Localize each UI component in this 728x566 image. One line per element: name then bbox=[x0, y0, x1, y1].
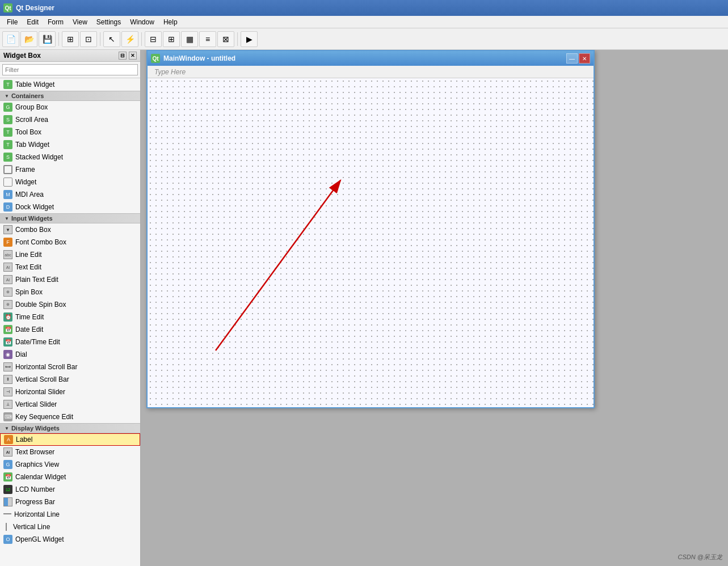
widget-item-time-edit[interactable]: ⏰ Time Edit bbox=[0, 311, 140, 323]
datetime-edit-icon: 📅 bbox=[3, 337, 12, 347]
widget-item-frame[interactable]: Frame bbox=[0, 163, 140, 176]
widget-item-progress-bar[interactable]: Progress Bar bbox=[0, 496, 140, 508]
toolbar-preview-btn[interactable]: ▶ bbox=[241, 31, 258, 47]
font-combo-box-icon: F bbox=[3, 238, 12, 247]
widget-item-double-spin-box[interactable]: ⊕ Double Spin Box bbox=[0, 298, 140, 311]
toolbar-connect-btn[interactable]: ⚡ bbox=[121, 31, 138, 47]
filter-bar bbox=[0, 62, 140, 78]
widget-label-horizontal-slider: Horizontal Slider bbox=[15, 388, 65, 396]
widget-label-key-sequence-edit: Key Sequence Edit bbox=[15, 413, 73, 421]
widget-item-datetime-edit[interactable]: 📅 Date/Time Edit bbox=[0, 336, 140, 348]
widget-box-title: Widget Box bbox=[3, 52, 41, 60]
widget-label-opengl-widget: OpenGL Widget bbox=[15, 535, 64, 543]
qt-minimize-btn[interactable]: — bbox=[566, 53, 578, 64]
widget-label-double-spin-box: Double Spin Box bbox=[15, 301, 66, 309]
menu-view[interactable]: View bbox=[68, 17, 92, 27]
menu-bar: File Edit Form View Settings Window Help bbox=[0, 16, 728, 28]
qt-titlebar: Qt MainWindow - untitled — ✕ bbox=[148, 51, 594, 66]
widget-item-date-edit[interactable]: 📅 Date Edit bbox=[0, 323, 140, 336]
input-widgets-label: Input Widgets bbox=[11, 215, 53, 222]
widget-item-graphics-view[interactable]: G Graphics View bbox=[0, 458, 140, 471]
widget-item-widget[interactable]: Widget bbox=[0, 176, 140, 188]
widget-item-text-edit[interactable]: AI Text Edit bbox=[0, 261, 140, 273]
widget-item-plain-text-edit[interactable]: AI Plain Text Edit bbox=[0, 273, 140, 286]
toolbar-layout-break-btn[interactable]: ⊠ bbox=[217, 31, 234, 47]
svg-line-1 bbox=[216, 180, 340, 350]
toolbar-layout-form-btn[interactable]: ≡ bbox=[199, 31, 216, 47]
toolbar-widget-mode-btn[interactable]: ⊞ bbox=[62, 31, 79, 47]
widget-item-scroll-area[interactable]: S Scroll Area bbox=[0, 113, 140, 126]
widget-label-mdi-area: MDI Area bbox=[15, 191, 44, 198]
section-input-widgets[interactable]: ▼ Input Widgets bbox=[0, 213, 140, 223]
widget-item-tab-widget[interactable]: T Tab Widget bbox=[0, 138, 140, 151]
widget-item-vertical-line[interactable]: Vertical Line bbox=[0, 521, 140, 533]
qt-close-btn[interactable]: ✕ bbox=[579, 53, 590, 64]
widget-label-horizontal-scroll-bar: Horizontal Scroll Bar bbox=[15, 363, 77, 371]
menu-settings[interactable]: Settings bbox=[92, 17, 125, 27]
key-sequence-edit-icon: ⌨ bbox=[3, 412, 12, 421]
widget-item-opengl-widget[interactable]: O OpenGL Widget bbox=[0, 533, 140, 546]
section-display-widgets[interactable]: ▼ Display Widgets bbox=[0, 423, 140, 433]
qt-type-here[interactable]: Type Here bbox=[150, 67, 190, 77]
menu-window[interactable]: Window bbox=[125, 17, 159, 27]
toolbar-pointer-btn[interactable]: ↖ bbox=[103, 31, 120, 47]
widget-label-calendar-widget: Calendar Widget bbox=[15, 473, 66, 481]
widget-label-frame: Frame bbox=[15, 166, 35, 174]
widget-item-lcd-number[interactable]: 12 LCD Number bbox=[0, 483, 140, 496]
widget-item-label[interactable]: A Label bbox=[0, 433, 140, 446]
opengl-widget-icon: O bbox=[3, 535, 12, 544]
toolbar-layout-h-btn[interactable]: ⊟ bbox=[145, 31, 162, 47]
qt-window-icon: Qt bbox=[151, 54, 160, 63]
menu-file[interactable]: File bbox=[2, 17, 22, 27]
widget-label-font-combo-box: Font Combo Box bbox=[15, 238, 66, 246]
qt-canvas[interactable] bbox=[148, 78, 594, 407]
stacked-widget-icon: S bbox=[3, 153, 12, 162]
widget-item-calendar-widget[interactable]: 📅 Calendar Widget bbox=[0, 471, 140, 483]
widget-item-mdi-area[interactable]: M MDI Area bbox=[0, 188, 140, 201]
widget-item-horizontal-scroll-bar[interactable]: ⟺ Horizontal Scroll Bar bbox=[0, 361, 140, 373]
time-edit-icon: ⏰ bbox=[3, 312, 12, 322]
menu-edit[interactable]: Edit bbox=[22, 17, 43, 27]
widget-item-combo-box[interactable]: ▼ Combo Box bbox=[0, 223, 140, 236]
toolbar-layout-grid-btn[interactable]: ▦ bbox=[181, 31, 198, 47]
widget-item-spin-box[interactable]: ⊕ Spin Box bbox=[0, 286, 140, 298]
widget-item-dock-widget[interactable]: D Dock Widget bbox=[0, 201, 140, 213]
app-icon: Qt bbox=[3, 3, 12, 12]
widget-item-horizontal-line[interactable]: Horizontal Line bbox=[0, 508, 140, 521]
toolbar-new-btn[interactable]: 📄 bbox=[2, 31, 19, 47]
widget-label-text-browser: Text Browser bbox=[15, 448, 54, 456]
menu-help[interactable]: Help bbox=[159, 17, 182, 27]
widget-item-horizontal-slider[interactable]: ⊣ Horizontal Slider bbox=[0, 386, 140, 398]
widget-box-close-btn[interactable]: ✕ bbox=[129, 52, 137, 60]
widget-label-group-box: Group Box bbox=[15, 103, 48, 111]
widget-item-vertical-slider[interactable]: ⊥ Vertical Slider bbox=[0, 398, 140, 411]
widget-label-vertical-slider: Vertical Slider bbox=[15, 400, 57, 408]
qt-menu-bar: Type Here bbox=[148, 66, 594, 78]
app-title-bar: Qt Qt Designer bbox=[0, 0, 728, 16]
widget-item-tool-box[interactable]: T Tool Box bbox=[0, 126, 140, 138]
widget-box-detach-btn[interactable]: ⊟ bbox=[119, 52, 127, 60]
widget-item-font-combo-box[interactable]: F Font Combo Box bbox=[0, 236, 140, 248]
section-containers[interactable]: ▼ Containers bbox=[0, 91, 140, 101]
display-arrow: ▼ bbox=[5, 426, 9, 431]
toolbar-sep-2 bbox=[100, 32, 100, 46]
widget-list: T Table Widget ▼ Containers G Group Box … bbox=[0, 78, 140, 566]
toolbar-save-btn[interactable]: 💾 bbox=[39, 31, 56, 47]
widget-item-vertical-scroll-bar[interactable]: ⇕ Vertical Scroll Bar bbox=[0, 373, 140, 386]
menu-form[interactable]: Form bbox=[43, 17, 68, 27]
widget-item-line-edit[interactable]: abc Line Edit bbox=[0, 248, 140, 261]
widget-item-table-widget[interactable]: T Table Widget bbox=[0, 78, 140, 91]
v-line-icon bbox=[6, 523, 10, 531]
toolbar-edit-mode-btn[interactable]: ⊡ bbox=[80, 31, 97, 47]
v-scroll-bar-icon: ⇕ bbox=[3, 375, 12, 384]
widget-item-key-sequence-edit[interactable]: ⌨ Key Sequence Edit bbox=[0, 411, 140, 423]
qt-window-controls: — ✕ bbox=[566, 53, 590, 64]
widget-item-text-browser[interactable]: AI Text Browser bbox=[0, 446, 140, 458]
toolbar-layout-v-btn[interactable]: ⊞ bbox=[163, 31, 180, 47]
widget-item-group-box[interactable]: G Group Box bbox=[0, 101, 140, 113]
widget-item-stacked-widget[interactable]: S Stacked Widget bbox=[0, 151, 140, 163]
filter-input[interactable] bbox=[2, 64, 138, 75]
toolbar-open-btn[interactable]: 📂 bbox=[20, 31, 37, 47]
widget-item-dial[interactable]: ◉ Dial bbox=[0, 348, 140, 361]
dock-widget-icon: D bbox=[3, 202, 12, 212]
